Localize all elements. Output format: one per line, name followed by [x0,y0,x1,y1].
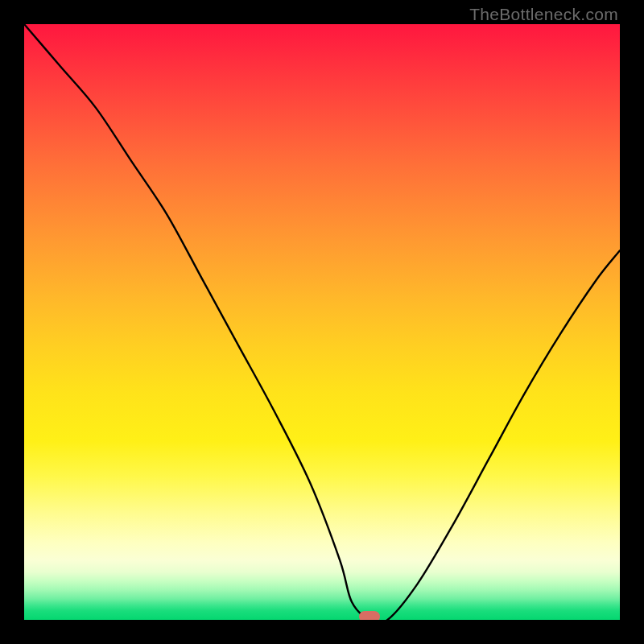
watermark-text: TheBottleneck.com [469,5,618,24]
plot-area [24,24,620,620]
bottleneck-curve [24,24,620,620]
optimal-point-marker [359,611,380,620]
chart-frame: TheBottleneck.com [0,0,644,644]
